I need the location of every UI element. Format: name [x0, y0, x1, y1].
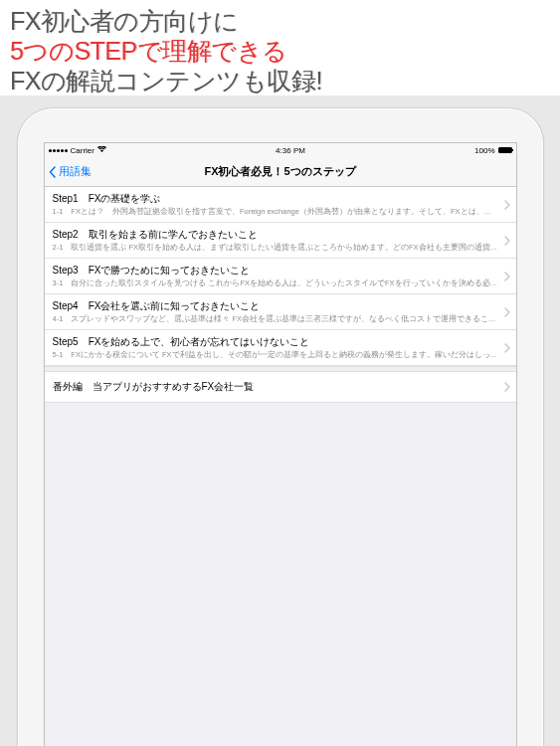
status-bar: Carrier 4:36 PM 100% — [45, 143, 516, 157]
status-left: Carrier — [49, 146, 106, 155]
back-button[interactable]: 用語集 — [49, 164, 92, 179]
wifi-icon — [97, 146, 106, 155]
carrier-label: Carrier — [71, 146, 94, 155]
promo-line-2: 5つのSTEPで理解できる — [10, 36, 550, 66]
chevron-left-icon — [49, 166, 57, 178]
back-label: 用語集 — [59, 164, 92, 179]
promo-line-3: FXの解説コンテンツも収録! — [10, 66, 550, 95]
status-right: 100% — [474, 146, 511, 155]
list-item-title: Step5 FXを始める上で、初心者が忘れてはいけないこと — [53, 335, 498, 349]
status-time: 4:36 PM — [276, 146, 305, 155]
list-item-step4[interactable]: Step4 FX会社を選ぶ前に知っておきたいこと 4-1 スプレッドやスワップな… — [45, 294, 516, 330]
chevron-right-icon — [504, 200, 510, 210]
navigation-bar: 用語集 FX初心者必見！5つのステップ — [45, 157, 516, 187]
list-item-step3[interactable]: Step3 FXで勝つために知っておきたいこと 3-1 自分に合った取引スタイル… — [45, 259, 516, 294]
list-item-title: Step2 取引を始まる前に学んでおきたいこと — [53, 228, 498, 242]
list-item-title: Step4 FX会社を選ぶ前に知っておきたいこと — [53, 299, 498, 313]
list-item-title: 番外編 当アプリがおすすめするFX会社一覧 — [53, 380, 498, 394]
chevron-right-icon — [504, 343, 510, 353]
list-item-title: Step1 FXの基礎を学ぶ — [53, 192, 498, 206]
battery-icon — [498, 147, 512, 153]
list-item-subtitle: 1-1 FXとは？ 外国為替証拠金取引を指す言葉で、Foreign exchan… — [53, 207, 498, 217]
chevron-right-icon — [504, 307, 510, 317]
list-item-subtitle: 5-1 FXにかかる税金について FXで利益を出し、その額が一定の基準を上回ると… — [53, 350, 498, 360]
list-item-step5[interactable]: Step5 FXを始める上で、初心者が忘れてはいけないこと 5-1 FXにかかる… — [45, 330, 516, 366]
list-item-title: Step3 FXで勝つために知っておきたいこと — [53, 264, 498, 278]
list-item-subtitle: 3-1 自分に合った取引スタイルを見つける これからFXを始める人は、どういった… — [53, 279, 498, 288]
list-item-extra[interactable]: 番外編 当アプリがおすすめするFX会社一覧 — [45, 372, 516, 403]
list-item-subtitle: 4-1 スプレッドやスワップなど、選ぶ基準は様々 FX会社を選ぶ基準は三者三様で… — [53, 314, 498, 324]
chevron-right-icon — [504, 382, 510, 392]
list-item-step2[interactable]: Step2 取引を始まる前に学んでおきたいこと 2-1 取引通貨を選ぶ FX取引… — [45, 223, 516, 259]
list-item-step1[interactable]: Step1 FXの基礎を学ぶ 1-1 FXとは？ 外国為替証拠金取引を指す言葉で… — [45, 187, 516, 223]
chevron-right-icon — [504, 272, 510, 281]
promo-line-1: FX初心者の方向けに — [10, 6, 550, 36]
signal-dots-icon — [49, 149, 68, 152]
steps-list: Step1 FXの基礎を学ぶ 1-1 FXとは？ 外国為替証拠金取引を指す言葉で… — [45, 187, 516, 403]
battery-pct: 100% — [474, 146, 494, 155]
chevron-right-icon — [504, 236, 510, 246]
list-item-subtitle: 2-1 取引通貨を選ぶ FX取引を始める人は、まずは取引したい通貨を選ぶところか… — [53, 243, 498, 253]
page-title: FX初心者必見！5つのステップ — [204, 164, 355, 179]
device-bezel: Carrier 4:36 PM 100% 用語集 FX初心者必見！5つのステップ — [17, 107, 544, 746]
promo-headline: FX初心者の方向けに 5つのSTEPで理解できる FXの解説コンテンツも収録! — [0, 0, 560, 95]
device-screen: Carrier 4:36 PM 100% 用語集 FX初心者必見！5つのステップ — [44, 142, 517, 746]
